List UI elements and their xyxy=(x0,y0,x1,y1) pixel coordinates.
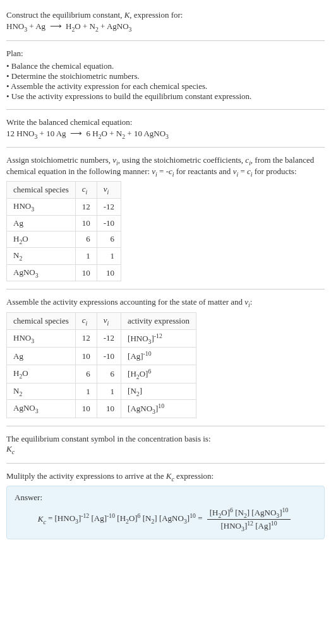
fraction-numerator: [H2O]6 [N2] [AgNO3]10 xyxy=(207,506,291,520)
col-ci: ci xyxy=(75,312,97,329)
plan-title: Plan: xyxy=(6,49,325,59)
stoich-section: Assign stoichiometric numbers, νi, using… xyxy=(6,150,325,286)
cell-expr: [N2] xyxy=(121,383,196,400)
symbol-section: The equilibrium constant symbol in the c… xyxy=(6,429,325,460)
activity-table: chemical species ci νi activity expressi… xyxy=(6,312,196,418)
cell-vi: 1 xyxy=(97,383,121,400)
cell-species: AgNO3 xyxy=(7,400,76,418)
cell-ci: 6 xyxy=(75,365,97,383)
activity-section: Assemble the activity expressions accoun… xyxy=(6,292,325,423)
divider xyxy=(6,426,325,426)
table-row: H2O66[H2O]6 xyxy=(7,365,196,383)
cell-vi: -10 xyxy=(97,348,121,365)
table-row: N211 xyxy=(7,248,121,265)
table-row: Ag10-10 xyxy=(7,215,121,231)
table-row: HNO312-12[HNO3]-12 xyxy=(7,329,196,348)
cell-species: HNO3 xyxy=(7,329,76,348)
cell-vi: -10 xyxy=(97,215,121,231)
divider xyxy=(6,40,325,41)
plan-item: Assemble the activity expression for eac… xyxy=(6,81,325,91)
cell-ci: 10 xyxy=(75,348,97,365)
cell-ci: 10 xyxy=(75,215,97,231)
cell-ci: 1 xyxy=(75,383,97,400)
symbol-intro: The equilibrium constant symbol in the c… xyxy=(6,434,325,444)
col-species: chemical species xyxy=(7,182,76,199)
activity-intro: Assemble the activity expressions accoun… xyxy=(6,297,325,308)
cell-species: N2 xyxy=(7,248,76,265)
cell-vi: 1 xyxy=(97,248,121,265)
divider xyxy=(6,147,325,148)
cell-species: N2 xyxy=(7,383,76,400)
cell-vi: -12 xyxy=(97,198,121,215)
cell-vi: 6 xyxy=(97,365,121,383)
cell-ci: 12 xyxy=(75,329,97,348)
prompt-text: Construct the equilibrium constant, K, e… xyxy=(6,10,325,20)
table-row: HNO312-12 xyxy=(7,198,121,215)
col-vi: νi xyxy=(97,312,121,329)
col-expr: activity expression xyxy=(121,312,196,329)
cell-vi: 10 xyxy=(97,400,121,418)
col-species: chemical species xyxy=(7,312,76,329)
cell-species: H2O xyxy=(7,365,76,383)
cell-ci: 12 xyxy=(75,198,97,215)
answer-label: Answer: xyxy=(15,493,316,503)
table-header-row: chemical species ci νi activity expressi… xyxy=(7,312,196,329)
cell-ci: 10 xyxy=(75,264,97,281)
balanced-intro: Write the balanced chemical equation: xyxy=(6,117,325,127)
cell-species: Ag xyxy=(7,215,76,231)
table-row: H2O66 xyxy=(7,231,121,248)
cell-species: Ag xyxy=(7,348,76,365)
table-row: AgNO31010[AgNO3]10 xyxy=(7,400,196,418)
cell-species: HNO3 xyxy=(7,198,76,215)
kc-expression: Kc = [HNO3]-12 [Ag]-10 [H2O]6 [N2] [AgNO… xyxy=(15,506,316,532)
table-row: AgNO31010 xyxy=(7,264,121,281)
unbalanced-equation: HNO3 + Ag ⟶ H2O + N2 + AgNO3 xyxy=(6,21,325,33)
balanced-equation: 12 HNO3 + 10 Ag ⟶ 6 H2O + N2 + 10 AgNO3 xyxy=(6,129,325,140)
stoich-table: chemical species ci νi HNO312-12 Ag10-10… xyxy=(6,181,121,281)
answer-box: Answer: Kc = [HNO3]-12 [Ag]-10 [H2O]6 [N… xyxy=(6,486,325,539)
cell-expr: [AgNO3]10 xyxy=(121,400,196,418)
cell-vi: 10 xyxy=(97,264,121,281)
plan-item: Use the activity expressions to build th… xyxy=(6,91,325,102)
cell-species: H2O xyxy=(7,231,76,248)
divider xyxy=(6,463,325,464)
cell-vi: -12 xyxy=(97,329,121,348)
cell-ci: 1 xyxy=(75,248,97,265)
stoich-intro: Assign stoichiometric numbers, νi, using… xyxy=(6,155,325,177)
plan-list: Balance the chemical equation. Determine… xyxy=(6,61,325,102)
plan-item: Determine the stoichiometric numbers. xyxy=(6,71,325,81)
cell-vi: 6 xyxy=(97,231,121,248)
kc-symbol: Kc xyxy=(6,444,325,455)
result-section: Mulitply the activity expressions to arr… xyxy=(6,466,325,544)
col-ci: ci xyxy=(75,182,97,199)
cell-ci: 10 xyxy=(75,400,97,418)
header-section: Construct the equilibrium constant, K, e… xyxy=(6,5,325,38)
table-header-row: chemical species ci νi xyxy=(7,182,121,199)
cell-ci: 6 xyxy=(75,231,97,248)
table-row: Ag10-10[Ag]-10 xyxy=(7,348,196,365)
result-intro: Mulitply the activity expressions to arr… xyxy=(6,471,325,483)
table-row: N211[N2] xyxy=(7,383,196,400)
divider xyxy=(6,289,325,290)
cell-expr: [H2O]6 xyxy=(121,365,196,383)
cell-expr: [Ag]-10 xyxy=(121,348,196,365)
cell-expr: [HNO3]-12 xyxy=(121,329,196,348)
fraction-denominator: [HNO3]12 [Ag]10 xyxy=(207,520,291,532)
cell-species: AgNO3 xyxy=(7,264,76,281)
plan-section: Plan: Balance the chemical equation. Det… xyxy=(6,44,325,107)
col-vi: νi xyxy=(97,182,121,199)
balanced-section: Write the balanced chemical equation: 12… xyxy=(6,112,325,145)
divider xyxy=(6,109,325,110)
plan-item: Balance the chemical equation. xyxy=(6,61,325,71)
fraction: [H2O]6 [N2] [AgNO3]10 [HNO3]12 [Ag]10 xyxy=(207,506,291,532)
